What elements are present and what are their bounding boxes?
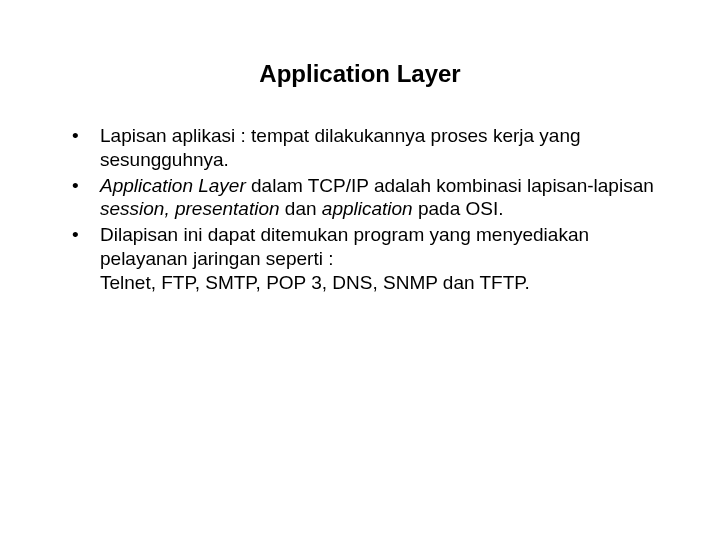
- italic-term: application: [322, 198, 413, 219]
- bullet-text: pada OSI.: [413, 198, 504, 219]
- list-item: Lapisan aplikasi : tempat dilakukannya p…: [72, 124, 670, 172]
- bullet-text: Dilapisan ini dapat ditemukan program ya…: [100, 224, 589, 269]
- italic-term: session, presentation: [100, 198, 280, 219]
- list-item: Application Layer dalam TCP/IP adalah ko…: [72, 174, 670, 222]
- bullet-text: dan: [280, 198, 322, 219]
- bullet-text: Lapisan aplikasi : tempat dilakukannya p…: [100, 125, 581, 170]
- slide-title: Application Layer: [50, 60, 670, 88]
- bullet-text: dalam TCP/IP adalah kombinasi lapisan-la…: [246, 175, 654, 196]
- bullet-subtext: Telnet, FTP, SMTP, POP 3, DNS, SNMP dan …: [100, 271, 670, 295]
- list-item: Dilapisan ini dapat ditemukan program ya…: [72, 223, 670, 294]
- italic-term: Application Layer: [100, 175, 246, 196]
- bullet-list: Lapisan aplikasi : tempat dilakukannya p…: [72, 124, 670, 294]
- slide: Application Layer Lapisan aplikasi : tem…: [0, 0, 720, 540]
